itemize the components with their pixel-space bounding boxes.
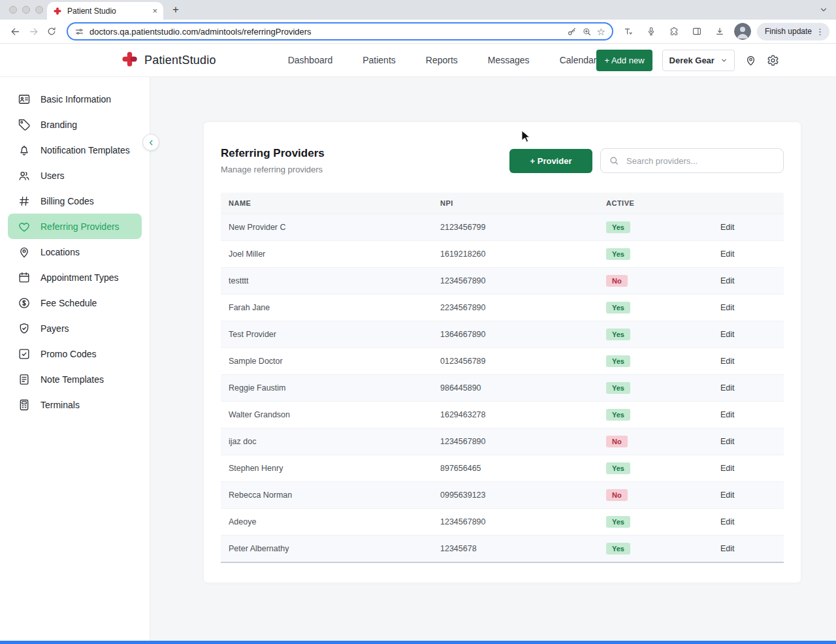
provider-name: Adeoye xyxy=(221,509,432,536)
zoom-icon[interactable] xyxy=(582,27,592,37)
new-tab-button[interactable]: + xyxy=(167,1,184,18)
edit-link[interactable]: Edit xyxy=(720,437,735,446)
site-settings-icon[interactable] xyxy=(74,27,84,37)
maximize-window-button[interactable] xyxy=(35,6,43,14)
sidebar-item-users[interactable]: Users xyxy=(8,163,142,188)
page-subtitle: Manage referring providers xyxy=(221,165,325,174)
side-panel-icon[interactable] xyxy=(688,23,705,40)
browser-tab[interactable]: Patient Studio × xyxy=(47,2,163,20)
edit-link[interactable]: Edit xyxy=(720,410,735,419)
nav-link-messages[interactable]: Messages xyxy=(488,55,530,65)
table-row-test-provider: Test Provider 1364667890 Yes Edit xyxy=(221,321,784,348)
main-nav: Dashboard Patients Reports Messages Cale… xyxy=(288,55,597,65)
status-badge: Yes xyxy=(606,462,630,474)
sidebar-item-appointment-types[interactable]: Appointment Types xyxy=(8,265,142,290)
users-icon xyxy=(18,169,31,182)
search-box[interactable] xyxy=(600,148,784,173)
provider-npi: 1364667890 xyxy=(432,321,598,348)
chevron-down-icon xyxy=(720,57,728,64)
sidebar-item-note-templates[interactable]: Note Templates xyxy=(8,366,142,392)
edit-link[interactable]: Edit xyxy=(720,491,735,500)
user-menu[interactable]: Derek Gear xyxy=(662,50,735,71)
address-bar[interactable]: doctors.qa.patientstudio.com/admintools/… xyxy=(67,22,613,40)
terminal-icon xyxy=(18,398,31,411)
sidebar-item-fee-schedule[interactable]: Fee Schedule xyxy=(8,290,142,315)
edit-link[interactable]: Edit xyxy=(720,303,735,312)
reading-mode-icon[interactable] xyxy=(620,23,637,40)
gear-icon[interactable] xyxy=(767,54,779,67)
sidebar-collapse-button[interactable] xyxy=(142,134,159,151)
providers-table: NAME NPI ACTIVE New Provider C xyxy=(221,193,784,563)
window-controls xyxy=(9,6,43,14)
provider-name: Joel Miller xyxy=(221,241,432,268)
edit-link[interactable]: Edit xyxy=(720,223,735,232)
nav-link-dashboard[interactable]: Dashboard xyxy=(288,55,333,65)
minimize-window-button[interactable] xyxy=(22,6,30,14)
edit-link[interactable]: Edit xyxy=(720,357,735,366)
status-badge: Yes xyxy=(606,382,630,394)
table-row-walter-grandson: Walter Grandson 1629463278 Yes Edit xyxy=(221,402,784,428)
edit-link[interactable]: Edit xyxy=(720,517,735,526)
edit-link[interactable]: Edit xyxy=(720,383,735,393)
sidebar-item-payers[interactable]: Payers xyxy=(8,315,142,341)
heart-icon xyxy=(18,220,31,233)
edit-link[interactable]: Edit xyxy=(720,250,735,259)
provider-npi: 986445890 xyxy=(432,375,598,402)
table-row-new-provider-c: New Provider C 2123456799 Yes Edit xyxy=(221,214,784,241)
status-badge: Yes xyxy=(606,516,630,528)
site-favicon-icon xyxy=(53,7,62,16)
nav-link-reports[interactable]: Reports xyxy=(426,55,458,65)
provider-npi: 0123456789 xyxy=(432,348,598,375)
mic-icon[interactable] xyxy=(643,23,660,40)
sidebar-item-branding[interactable]: Branding xyxy=(8,112,142,137)
note-icon xyxy=(18,373,31,386)
extensions-puzzle-icon[interactable] xyxy=(666,23,683,40)
location-pin-icon[interactable] xyxy=(745,54,757,67)
table-row-stephen-henry: Stephen Henry 897656465 Yes Edit xyxy=(221,455,784,482)
provider-name: Test Provider xyxy=(221,321,432,348)
search-input[interactable] xyxy=(625,155,775,167)
nav-link-patients[interactable]: Patients xyxy=(362,55,396,65)
provider-npi: 2123456799 xyxy=(432,214,598,241)
sidebar-item-locations[interactable]: Locations xyxy=(8,239,142,265)
edit-link[interactable]: Edit xyxy=(720,330,735,339)
status-badge: No xyxy=(606,275,628,287)
edit-link[interactable]: Edit xyxy=(720,464,735,473)
edit-link[interactable]: Edit xyxy=(720,276,735,285)
sidebar-item-billing-codes[interactable]: Billing Codes xyxy=(8,188,142,214)
forward-icon[interactable] xyxy=(25,23,42,40)
sidebar-item-promo-codes[interactable]: Promo Codes xyxy=(8,341,142,366)
add-provider-button[interactable]: + Provider xyxy=(509,149,592,173)
more-menu-icon[interactable]: ⋮ xyxy=(816,27,824,37)
status-badge: Yes xyxy=(606,329,630,340)
back-icon[interactable] xyxy=(7,23,24,40)
nav-link-calendar[interactable]: Calendar xyxy=(560,55,597,65)
table-row-peter-albernathy: Peter Albernathy 12345678 Yes Edit xyxy=(221,536,784,563)
finish-update-label: Finish update xyxy=(765,27,812,36)
provider-npi: 1234567890 xyxy=(432,509,598,536)
status-badge: Yes xyxy=(606,302,630,314)
finish-update-button[interactable]: Finish update ⋮ xyxy=(757,23,829,40)
url-text[interactable]: doctors.qa.patientstudio.com/admintools/… xyxy=(89,27,562,37)
add-new-button[interactable]: + Add new xyxy=(596,50,652,71)
tab-overflow-chevron-icon[interactable] xyxy=(819,5,828,14)
browser-profile-avatar[interactable] xyxy=(734,23,751,40)
download-icon[interactable] xyxy=(711,23,728,40)
reload-icon[interactable] xyxy=(43,23,60,40)
sidebar-item-referring-providers[interactable]: Referring Providers xyxy=(8,214,142,239)
sidebar-item-label: Appointment Types xyxy=(40,272,119,283)
map-pin-icon xyxy=(18,246,31,259)
bookmark-star-icon[interactable]: ☆ xyxy=(597,27,605,37)
sidebar-item-terminals[interactable]: Terminals xyxy=(8,392,142,417)
provider-npi: 0995639123 xyxy=(432,482,598,509)
promo-icon xyxy=(18,347,31,361)
sidebar-item-notification-templates[interactable]: Notification Templates xyxy=(8,137,142,163)
provider-npi: 1234567890 xyxy=(432,268,598,295)
status-badge: Yes xyxy=(606,543,630,555)
close-window-button[interactable] xyxy=(9,6,17,14)
sidebar-item-label: Payers xyxy=(40,323,69,334)
close-tab-icon[interactable]: × xyxy=(152,7,157,15)
edit-link[interactable]: Edit xyxy=(720,544,735,553)
password-key-icon[interactable] xyxy=(567,27,577,37)
sidebar-item-basic-information[interactable]: Basic Information xyxy=(8,86,142,112)
